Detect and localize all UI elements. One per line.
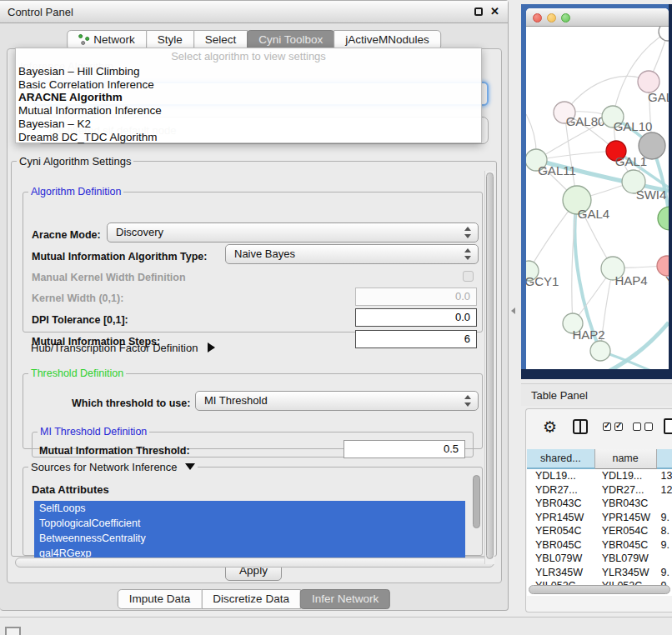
columns-icon[interactable] bbox=[573, 419, 588, 434]
table-row[interactable]: YBL079W YBL079W bbox=[527, 552, 672, 566]
attribute-item-selected[interactable]: BetweennessCentrality bbox=[34, 531, 465, 546]
network-view-frame: GALGAL80GAL10GAL1GAL11SWI4GAL4GCY1HAP4YH… bbox=[521, 4, 672, 379]
tab-label: jActiveMNodules bbox=[345, 33, 429, 46]
cell-name: YPR145W bbox=[595, 511, 657, 525]
control-panel-title: Control Panel bbox=[8, 6, 73, 18]
kernel-width-label: Kernel Width (0,1): bbox=[32, 292, 123, 304]
network-edge[interactable] bbox=[564, 76, 649, 112]
algorithm-dropdown-list: Select algorithm to view settings Bayesi… bbox=[15, 48, 482, 143]
list-scrollbar[interactable] bbox=[473, 475, 480, 528]
network-node[interactable] bbox=[639, 132, 665, 159]
tab-label: Cyni Toolbox bbox=[258, 33, 323, 46]
dpi-tolerance-label: DPI Tolerance [0,1]: bbox=[32, 314, 128, 326]
splitter-arrow-icon[interactable] bbox=[511, 308, 515, 314]
table-row[interactable]: YBR043C YBR043C bbox=[527, 497, 672, 511]
tab-discretize-data[interactable]: Discretize Data bbox=[201, 589, 301, 609]
dropdown-item[interactable]: Bayesian – Hill Climbing bbox=[16, 65, 481, 78]
mi-steps-input[interactable]: 6 bbox=[355, 330, 477, 348]
table-row[interactable]: YLR345W YLR345W 9. bbox=[527, 566, 672, 580]
select-all-checkboxes-icon[interactable] bbox=[603, 422, 623, 431]
manual-kernel-checkbox[interactable] bbox=[463, 271, 474, 282]
table-row[interactable]: YPR145W YPR145W 9. bbox=[527, 511, 672, 525]
which-threshold-combobox[interactable]: MI Threshold bbox=[195, 391, 479, 411]
network-window-titlebar[interactable] bbox=[526, 8, 669, 27]
dropdown-item[interactable]: Mutual Information Inference bbox=[16, 104, 481, 118]
window-minimize-button[interactable] bbox=[547, 13, 556, 22]
column-header-name[interactable]: name bbox=[595, 449, 657, 469]
threshold-definition-group: Threshold Definition Which threshold to … bbox=[23, 368, 483, 449]
data-attributes-list[interactable]: SelfLoops TopologicalCoefficient Between… bbox=[34, 501, 465, 564]
cell-value: 9. bbox=[656, 511, 672, 525]
close-icon[interactable]: ✕ bbox=[490, 5, 499, 18]
network-node-label: GAL bbox=[648, 90, 669, 104]
bottom-tabs: Impute Data Discretize Data Infer Networ… bbox=[118, 589, 390, 609]
column-header-shared[interactable]: shared... bbox=[527, 449, 595, 469]
cell-value bbox=[656, 497, 672, 511]
network-node[interactable] bbox=[590, 341, 610, 361]
window-zoom-button[interactable] bbox=[561, 13, 570, 22]
collapse-down-icon[interactable] bbox=[185, 463, 195, 470]
dpi-tolerance-input[interactable]: 0.0 bbox=[355, 308, 477, 327]
float-icon[interactable] bbox=[474, 8, 483, 16]
gear-icon[interactable]: ⚙ bbox=[543, 418, 557, 437]
kernel-width-input[interactable]: 0.0 bbox=[355, 288, 477, 306]
tab-impute-data[interactable]: Impute Data bbox=[118, 589, 203, 609]
network-node-label: Y bbox=[665, 273, 669, 288]
cell-name: YER054C bbox=[595, 524, 657, 538]
settings-group-title: Cyni Algorithm Settings bbox=[17, 155, 133, 168]
window-close-button[interactable] bbox=[533, 13, 542, 22]
expand-right-icon bbox=[208, 342, 215, 352]
cell-value: 9. bbox=[656, 566, 672, 580]
table-body: YDL19... YDL19... 13 YDR27... YDR27... 1… bbox=[527, 469, 672, 593]
table-row[interactable]: YDR27... YDR27... 12 bbox=[527, 483, 672, 498]
window-grip-icon[interactable] bbox=[5, 627, 21, 635]
network-edge[interactable] bbox=[609, 322, 669, 369]
algorithm-definition-title: Algorithm Definition bbox=[28, 186, 123, 198]
cell-value: 13 bbox=[656, 469, 672, 483]
dropdown-item[interactable]: Basic Correlation Inference bbox=[16, 78, 481, 92]
table-horizontal-scrollbar[interactable] bbox=[529, 585, 670, 594]
settings-horizontal-scrollbar[interactable] bbox=[15, 558, 494, 568]
tab-label: Infer Network bbox=[312, 592, 379, 605]
hub-definition-toggle[interactable]: Hub/Transcription Factor Definition bbox=[31, 342, 215, 354]
table-toolbar: ⚙ bbox=[526, 416, 672, 441]
mi-threshold-input[interactable]: 0.5 bbox=[344, 440, 465, 458]
network-node[interactable] bbox=[659, 27, 669, 41]
cell-name: YBR043C bbox=[595, 497, 657, 511]
network-tab-icon bbox=[78, 34, 89, 45]
cell-name: YLR345W bbox=[595, 566, 657, 580]
which-threshold-label: Which threshold to use: bbox=[72, 398, 190, 409]
sources-title: Sources for Network Inference bbox=[28, 461, 198, 473]
network-node-label: HAP4 bbox=[614, 273, 647, 288]
dropdown-item[interactable]: Bayesian – K2 bbox=[16, 118, 481, 131]
column-header-partial[interactable] bbox=[657, 449, 672, 469]
cell-shared-name: YBR043C bbox=[527, 497, 595, 511]
mi-type-combobox[interactable]: Naive Bayes bbox=[225, 244, 479, 264]
manual-kernel-label: Manual Kernel Width Definition bbox=[32, 272, 186, 283]
stepper-icon bbox=[464, 395, 472, 407]
cell-shared-name: YLR345W bbox=[527, 566, 595, 580]
cell-shared-name: YBR045C bbox=[527, 538, 595, 552]
dropdown-item[interactable]: Dream8 DC_TDC Algorithm bbox=[16, 131, 481, 144]
dropdown-item[interactable]: ARACNE Algorithm bbox=[16, 91, 481, 104]
attribute-item-selected[interactable]: SelfLoops bbox=[34, 501, 465, 516]
aracne-mode-combobox[interactable]: Discovery bbox=[107, 222, 479, 242]
network-canvas[interactable]: GALGAL80GAL10GAL1GAL11SWI4GAL4GCY1HAP4YH… bbox=[526, 27, 669, 369]
cell-shared-name: YDR27... bbox=[527, 483, 595, 498]
scrollbar-thumb[interactable] bbox=[486, 172, 494, 559]
document-icon[interactable] bbox=[664, 418, 672, 434]
attribute-item-selected[interactable]: TopologicalCoefficient bbox=[34, 516, 465, 531]
deselect-all-checkboxes-icon[interactable] bbox=[633, 422, 653, 431]
table-row[interactable]: YBR045C YBR045C 9. bbox=[527, 538, 672, 552]
table-row[interactable]: YER054C YER054C 8. bbox=[527, 524, 672, 538]
network-node-label: GAL10 bbox=[614, 119, 653, 133]
table-row[interactable]: YDL19... YDL19... 13 bbox=[527, 469, 672, 483]
cell-shared-name: YBL079W bbox=[527, 552, 595, 566]
cell-value: 9. bbox=[656, 538, 672, 552]
tab-infer-network[interactable]: Infer Network bbox=[300, 589, 390, 609]
threshold-definition-title: Threshold Definition bbox=[28, 368, 126, 379]
settings-vertical-scrollbar[interactable] bbox=[484, 171, 494, 564]
data-attributes-label: Data Attributes bbox=[32, 483, 109, 496]
mi-threshold-group-title: MI Threshold Definition bbox=[38, 426, 149, 438]
network-node[interactable] bbox=[658, 207, 669, 230]
